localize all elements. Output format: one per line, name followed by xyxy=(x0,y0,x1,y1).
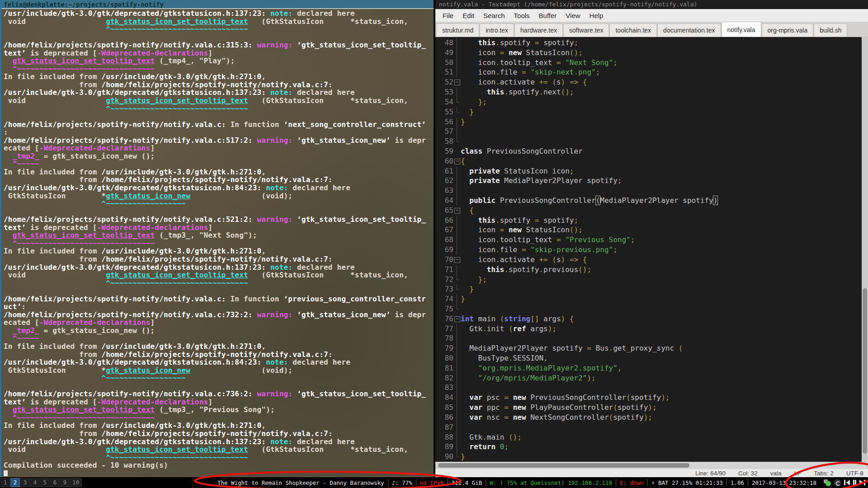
fold-marker[interactable] xyxy=(453,48,461,58)
code-token: activate xyxy=(500,255,539,264)
tab-org-mpris.vala[interactable]: org-mpris.vala xyxy=(762,23,814,37)
fold-marker[interactable] xyxy=(453,353,461,363)
tab-software.tex[interactable]: software.tex xyxy=(563,23,609,37)
fold-marker[interactable] xyxy=(453,265,461,275)
code-token: } xyxy=(461,117,465,126)
fold-marker[interactable] xyxy=(453,146,461,156)
fold-marker[interactable] xyxy=(453,216,461,225)
fold-marker[interactable] xyxy=(453,324,461,334)
fold-marker[interactable] xyxy=(453,186,461,196)
workspace-6[interactable]: 6 xyxy=(50,478,60,487)
tab-toolchain.tex[interactable]: toolchain.tex xyxy=(609,23,657,37)
fold-marker[interactable] xyxy=(453,225,461,235)
workspace-1[interactable]: 1 xyxy=(0,478,10,487)
fold-marker[interactable] xyxy=(453,87,461,97)
workspace-4[interactable]: 4 xyxy=(30,478,40,487)
fold-marker[interactable] xyxy=(453,373,461,383)
menu-buffer[interactable]: Buffer xyxy=(534,10,561,21)
fold-marker[interactable] xyxy=(453,117,461,127)
next-track-icon[interactable] xyxy=(859,480,865,485)
fold-marker[interactable] xyxy=(453,452,461,462)
terminal-line: ^~~~~~~~~~~~~~~~~~~~~~~~~~~~~~~~ xyxy=(4,65,434,73)
fold-marker[interactable] xyxy=(453,422,461,432)
workspace-3[interactable]: 3 xyxy=(20,478,30,487)
tab-build.sh[interactable]: build.sh xyxy=(814,23,847,37)
vertical-scrollbar[interactable] xyxy=(862,37,868,462)
workspace-5[interactable]: 5 xyxy=(40,478,50,487)
fold-marker[interactable] xyxy=(453,393,461,403)
fold-marker[interactable] xyxy=(453,77,461,87)
previous-track-icon[interactable] xyxy=(844,480,850,485)
workspace-2[interactable]: 2 xyxy=(10,478,20,487)
terminal-titlebar[interactable]: felix@denkplatte:~/projects/spotify-noti… xyxy=(1,0,434,9)
code-text: this.spotify = spotify; xyxy=(461,38,578,48)
code-token: . xyxy=(495,78,500,86)
fold-marker[interactable] xyxy=(453,127,461,136)
fold-marker[interactable] xyxy=(453,294,461,304)
code-token: . xyxy=(495,245,500,254)
code-token: ); xyxy=(661,393,670,402)
steam-icon[interactable] xyxy=(834,479,841,486)
pause-icon[interactable] xyxy=(853,480,856,485)
line-number: 64 xyxy=(435,196,453,206)
fold-marker[interactable] xyxy=(453,107,461,117)
fold-marker[interactable] xyxy=(453,58,461,68)
sync-icon[interactable] xyxy=(824,479,831,486)
code-line: 72 }; xyxy=(435,275,862,285)
fold-marker[interactable] xyxy=(453,176,461,186)
tab-hardware.tex[interactable]: hardware.tex xyxy=(514,23,563,37)
tab-notify.vala[interactable]: notify.vala xyxy=(722,22,761,37)
fold-marker[interactable] xyxy=(453,383,461,393)
workspace-9[interactable]: 9 xyxy=(60,478,70,487)
fold-marker[interactable] xyxy=(453,403,461,413)
fold-marker[interactable] xyxy=(453,314,461,324)
workspace-10[interactable]: 10 xyxy=(70,478,82,487)
terminal-text: /home/felix/projects/spotify-notify/noti… xyxy=(101,429,328,438)
fold-marker[interactable] xyxy=(453,196,461,206)
code-token: = xyxy=(500,48,505,57)
terminal-line: In file included from /usr/include/gtk-3… xyxy=(4,343,434,351)
menu-search[interactable]: Search xyxy=(479,10,509,21)
terminal-output[interactable]: /usr/include/gtk-3.0/gtk/deprecated/gtks… xyxy=(1,9,434,476)
fold-marker[interactable] xyxy=(453,333,461,343)
code-token xyxy=(461,403,469,412)
terminal-line: from /home/felix/projects/spotify-notify… xyxy=(4,81,434,89)
menu-view[interactable]: View xyxy=(561,10,585,21)
fold-marker[interactable] xyxy=(453,413,461,422)
fold-marker[interactable] xyxy=(453,363,461,373)
code-token: { xyxy=(583,78,587,86)
fold-marker[interactable] xyxy=(453,245,461,255)
terminal-text xyxy=(4,56,13,65)
vertical-scrollbar-thumb[interactable] xyxy=(863,288,867,454)
fold-marker[interactable] xyxy=(453,206,461,216)
fold-marker[interactable] xyxy=(453,136,461,146)
code-token: } xyxy=(469,285,474,293)
horizontal-scrollbar-thumb[interactable] xyxy=(438,463,689,468)
editor-titlebar[interactable]: notify.vala - Textadept (/home/felix/pro… xyxy=(435,0,868,9)
code-area[interactable]: 48 this.spotify = spotify;49 icon = new … xyxy=(435,37,862,462)
fold-marker[interactable] xyxy=(453,38,461,48)
fold-marker[interactable] xyxy=(453,432,461,442)
fold-marker[interactable] xyxy=(453,166,461,176)
fold-marker[interactable] xyxy=(453,275,461,285)
tab-struktur.md[interactable]: struktur.md xyxy=(436,23,479,37)
fold-marker[interactable] xyxy=(453,304,461,314)
fold-marker[interactable] xyxy=(453,235,461,245)
terminal-line: ^~~~~~~~~~~~~~~~~~~~~~~~~~~~~~~~ xyxy=(4,454,434,462)
fold-marker[interactable] xyxy=(453,156,461,166)
fold-marker[interactable] xyxy=(453,67,461,77)
horizontal-scrollbar[interactable] xyxy=(435,462,868,469)
fold-marker[interactable] xyxy=(453,343,461,353)
fold-marker[interactable] xyxy=(453,442,461,452)
menu-help[interactable]: Help xyxy=(585,10,608,21)
code-token: . xyxy=(495,58,500,67)
menu-edit[interactable]: Edit xyxy=(458,10,479,21)
code-token: = xyxy=(587,344,591,352)
tab-documentation.tex[interactable]: documentation.tex xyxy=(657,23,721,37)
menu-tools[interactable]: Tools xyxy=(509,10,534,21)
fold-marker[interactable] xyxy=(453,97,461,107)
menu-file[interactable]: File xyxy=(438,10,458,21)
fold-marker[interactable] xyxy=(453,284,461,294)
fold-marker[interactable] xyxy=(453,255,461,265)
tab-intro.tex[interactable]: intro.tex xyxy=(480,23,514,37)
